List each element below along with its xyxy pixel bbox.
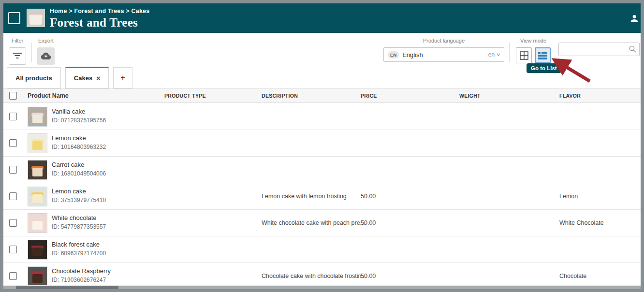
product-id: ID: 71903602676247 [52, 277, 111, 283]
breadcrumb-item[interactable]: Home [50, 8, 67, 15]
chevron-down-icon: ˅ [497, 52, 500, 58]
list-icon [538, 52, 547, 59]
scrollbar-thumb[interactable] [16, 286, 118, 289]
language-value: English [402, 51, 488, 58]
product-name[interactable]: Black forest cake [52, 241, 106, 248]
breadcrumb: Home > Forest and Trees > Cakes [50, 8, 149, 15]
horizontal-scrollbar[interactable] [3, 286, 641, 289]
user-icon[interactable] [629, 14, 639, 24]
product-id: ID: 07128375195756 [52, 117, 106, 124]
cell-description: Lemon cake with lemon frosting [262, 193, 347, 200]
cell-flavor: Chocolate [559, 273, 586, 279]
row-checkbox[interactable] [9, 219, 17, 227]
row-checkbox[interactable] [9, 166, 17, 174]
column-header[interactable]: DESCRIPTION [262, 93, 298, 99]
cell-flavor: White Chocolate [559, 219, 604, 226]
toolbar-divider [509, 43, 510, 62]
list-view-button[interactable] [535, 47, 551, 63]
cell-description: White chocolate cake with peach pre... [262, 219, 365, 226]
filter-label: Filter [7, 38, 28, 45]
product-thumbnail [28, 133, 47, 153]
language-code: en [488, 51, 495, 58]
product-id: ID: 54779877353557 [52, 223, 106, 230]
app-logo [27, 9, 45, 27]
row-checkbox[interactable] [9, 113, 17, 120]
table-row[interactable]: White chocolate ID: 54779877353557 White… [3, 210, 641, 236]
language-badge: EN [388, 51, 399, 58]
export-label: Export [35, 38, 57, 45]
column-header[interactable]: FLAVOR [559, 93, 581, 99]
table-body: Vanilla cake ID: 07128375195756 Lemon ca… [3, 103, 641, 286]
cell-price: 50.00 [361, 193, 376, 200]
column-header[interactable]: PRICE [361, 93, 377, 99]
product-name[interactable]: Chocolate Raspberry [52, 267, 111, 275]
row-checkbox[interactable] [9, 139, 17, 147]
tab-cakes[interactable]: Cakes× [65, 67, 109, 88]
view-mode-label: View mode [515, 38, 552, 45]
table-row[interactable]: Black forest cake ID: 60963797174700 [3, 236, 641, 263]
tab-label: + [120, 73, 125, 82]
product-thumbnail [28, 266, 47, 286]
product-thumbnail [28, 107, 47, 127]
cloud-download-icon [41, 52, 51, 60]
product-thumbnail [28, 213, 47, 233]
row-checkbox[interactable] [9, 246, 17, 253]
product-name[interactable]: White chocolate [52, 214, 106, 221]
product-name[interactable]: Lemon cake [52, 134, 106, 142]
search-input[interactable] [558, 43, 640, 56]
table-row[interactable]: Carrot cake ID: 16801049504006 [3, 157, 641, 183]
table-row[interactable]: Chocolate Raspberry ID: 71903602676247 C… [3, 263, 641, 286]
app-window: Home > Forest and Trees > Cakes Forest a… [3, 3, 641, 289]
cell-price: 50.00 [361, 273, 376, 279]
product-id: ID: 10164803963232 [52, 144, 106, 150]
cell-flavor: Lemon [559, 193, 578, 200]
row-checkbox[interactable] [9, 192, 17, 200]
breadcrumb-item[interactable]: Forest and Trees [74, 8, 124, 15]
table-row[interactable]: Vanilla cake ID: 07128375195756 [3, 103, 641, 130]
product-language-select[interactable]: EN English en ˅ [383, 47, 504, 62]
cell-description: Chocolate cake with chocolate frostin... [262, 273, 366, 279]
table-row[interactable]: Lemon cake ID: 10164803963232 [3, 130, 641, 157]
breadcrumb-separator: > [67, 8, 74, 15]
column-header[interactable]: PRODUCT TYPE [164, 93, 206, 99]
toolbar-divider [31, 43, 32, 62]
product-thumbnail [28, 240, 47, 260]
app-header: Home > Forest and Trees > Cakes Forest a… [3, 3, 641, 33]
filter-icon [13, 53, 22, 59]
export-button[interactable] [37, 47, 55, 65]
row-checkbox[interactable] [9, 272, 17, 280]
product-id: ID: 37513979775410 [52, 197, 106, 204]
product-name[interactable]: Vanilla cake [52, 108, 106, 115]
tab-all-products[interactable]: All products [7, 67, 61, 88]
product-language-label: Product language [383, 38, 504, 45]
menu-toggle-icon[interactable] [8, 12, 20, 24]
grid-icon [520, 51, 528, 60]
product-thumbnail [28, 187, 47, 206]
toolbar: Filter Export Product language EN Englis… [3, 33, 641, 67]
tab-add[interactable]: + [113, 67, 132, 88]
column-header[interactable]: Product Name [28, 92, 69, 99]
breadcrumb-item[interactable]: Cakes [132, 8, 150, 15]
cell-price: 50.00 [361, 219, 376, 226]
product-name[interactable]: Lemon cake [52, 188, 106, 195]
table-header: Product NamePRODUCT TYPEDESCRIPTIONPRICE… [3, 88, 641, 103]
table-row[interactable]: Lemon cake ID: 37513979775410 Lemon cake… [3, 183, 641, 210]
product-id: ID: 60963797174700 [52, 250, 106, 257]
search-icon [629, 45, 636, 53]
page-title: Forest and Trees [50, 16, 149, 29]
tab-label: Cakes [74, 74, 92, 82]
close-icon[interactable]: × [96, 74, 100, 82]
filter-button[interactable] [9, 47, 26, 65]
select-all-checkbox[interactable] [9, 92, 17, 100]
grid-view-button[interactable] [516, 47, 532, 63]
column-header[interactable]: WEIGHT [459, 93, 481, 99]
breadcrumb-separator: > [124, 8, 132, 15]
product-thumbnail [28, 160, 47, 180]
product-name[interactable]: Carrot cake [52, 161, 106, 168]
tab-label: All products [15, 74, 52, 82]
go-to-list-tooltip: Go to List [527, 63, 561, 73]
product-id: ID: 16801049504006 [52, 170, 106, 177]
